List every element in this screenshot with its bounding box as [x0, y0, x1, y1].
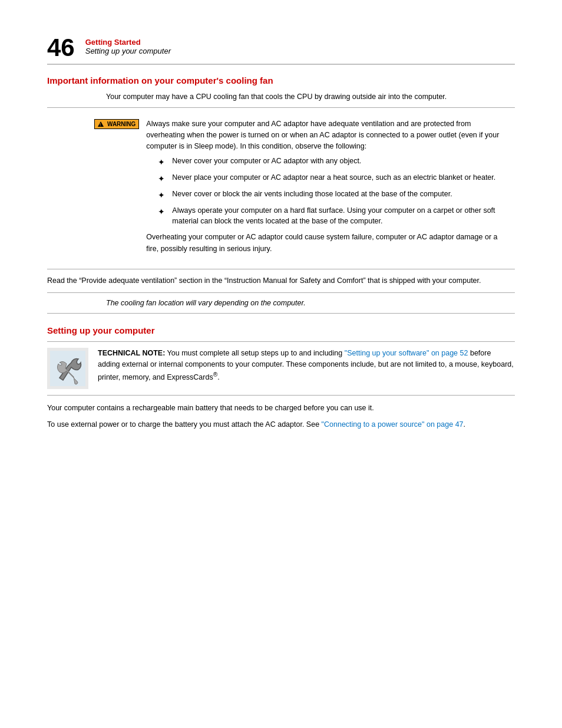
warning-block: ! WARNING Always make sure your computer…: [94, 118, 503, 258]
cooling-fan-note-block: The cooling fan location will vary depen…: [47, 292, 515, 314]
battery-text: Your computer contains a rechargeable ma…: [47, 403, 515, 414]
read-note-text: Read the “Provide adequate ventilation” …: [47, 275, 515, 286]
page-number: 46: [47, 35, 75, 60]
bullet-list: ✦ Never cover your computer or AC adapto…: [158, 156, 503, 228]
bullet-item-4: ✦ Always operate your computer on a hard…: [158, 205, 503, 228]
bullet-text-1: Never cover your computer or AC adaptor …: [172, 156, 361, 167]
header-text: Getting Started Setting up your computer: [85, 35, 171, 55]
bullet-text-4: Always operate your computer on a hard f…: [172, 205, 503, 228]
section1-intro-block: Your computer may have a CPU cooling fan…: [106, 91, 503, 103]
setup-software-link[interactable]: "Setting up your software" on page 52: [345, 349, 468, 357]
overheating-text: Overheating your computer or AC adaptor …: [146, 232, 503, 255]
tools-icon: [50, 351, 85, 386]
warning-text-block: Always make sure your computer and AC ad…: [146, 118, 503, 258]
bullet-diamond-icon: ✦: [158, 156, 166, 169]
warning-triangle-icon: !: [98, 121, 104, 127]
tech-note-block: TECHNICAL NOTE: You must complete all se…: [47, 341, 515, 396]
tech-note-text-block: TECHNICAL NOTE: You must complete all se…: [98, 348, 515, 383]
chapter-subtitle: Setting up your computer: [85, 47, 171, 55]
bullet-text-2: Never place your computer or AC adaptor …: [172, 172, 495, 183]
tech-note-label: TECHNICAL NOTE:: [98, 349, 165, 357]
bullet-item-1: ✦ Never cover your computer or AC adapto…: [158, 156, 503, 169]
chapter-title: Getting Started: [85, 38, 171, 47]
warning-label: WARNING: [107, 121, 135, 127]
bullet-text-3: Never cover or block the air vents inclu…: [172, 189, 452, 200]
warning-inner: ! WARNING Always make sure your computer…: [94, 118, 503, 258]
warning-intro-text: Always make sure your computer and AC ad…: [146, 120, 499, 150]
tech-note-icon: [47, 348, 88, 389]
section1-intro: Your computer may have a CPU cooling fan…: [106, 91, 503, 103]
bullet-diamond-icon-4: ✦: [158, 206, 166, 218]
warning-section: ! WARNING Always make sure your computer…: [47, 107, 515, 269]
section2-heading: Setting up your computer: [47, 325, 515, 335]
cooling-fan-note: The cooling fan location will vary depen…: [106, 298, 515, 309]
bullet-diamond-icon-2: ✦: [158, 173, 166, 185]
page: 46 Getting Started Setting up your compu…: [0, 0, 562, 728]
bullet-diamond-icon-3: ✦: [158, 189, 166, 202]
power-source-link[interactable]: "Connecting to a power source" on page 4…: [322, 420, 464, 429]
read-note-block: Read the “Provide adequate ventilation” …: [47, 275, 515, 286]
bullet-item-2: ✦ Never place your computer or AC adapto…: [158, 172, 503, 185]
bullet-item-3: ✦ Never cover or block the air vents inc…: [158, 189, 503, 202]
warning-badge: ! WARNING: [94, 119, 139, 129]
page-header: 46 Getting Started Setting up your compu…: [47, 35, 515, 65]
ac-adaptor-text: To use external power or to charge the b…: [47, 419, 515, 430]
section1-heading: Important information on your computer's…: [47, 75, 515, 85]
